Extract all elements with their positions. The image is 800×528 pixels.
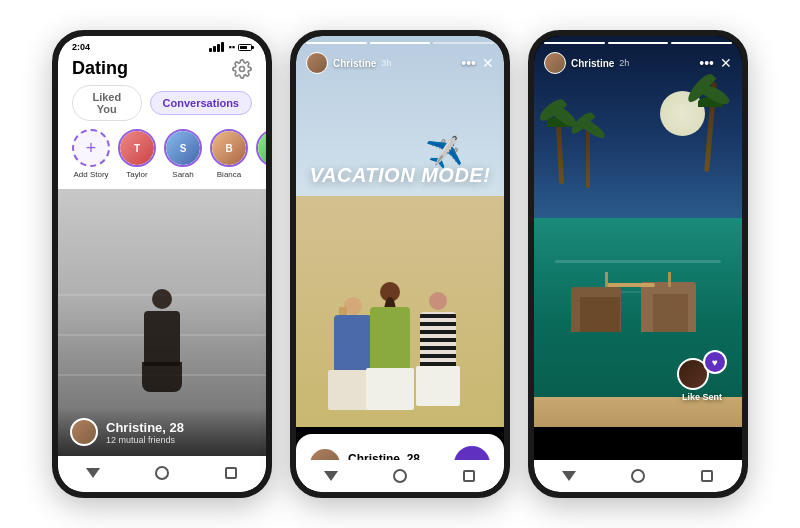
people-group xyxy=(306,176,493,427)
progress-seg-1 xyxy=(306,42,367,44)
nav-recents-btn-2[interactable] xyxy=(453,467,485,485)
story-user-2: Christine 3h xyxy=(306,52,391,74)
story-user-avatar-2 xyxy=(306,52,328,74)
story-progress-3 xyxy=(534,36,742,48)
story-username-3: Christine xyxy=(571,58,614,69)
airplane-emoji: ✈️ xyxy=(425,134,465,173)
nav-recents-btn-3[interactable] xyxy=(691,467,723,485)
tabs-row: Liked You Conversations xyxy=(58,85,266,129)
story-time-2: 3h xyxy=(381,58,391,68)
nav-home-btn-3[interactable] xyxy=(622,467,654,485)
nav-bar-3 xyxy=(534,460,742,492)
sarah-label: Sarah xyxy=(172,170,193,179)
taylor-label: Taylor xyxy=(126,170,147,179)
nav-home-btn[interactable] xyxy=(146,464,178,482)
add-story-label: Add Story xyxy=(73,170,108,179)
gear-icon[interactable] xyxy=(232,59,252,79)
progress-seg-3-2 xyxy=(608,42,669,44)
story-progress-2 xyxy=(296,36,504,48)
nav-bar-1 xyxy=(58,456,266,492)
back-icon-3 xyxy=(562,471,576,481)
like-sent-avatar-stack: ♥ xyxy=(677,350,727,390)
progress-seg-2 xyxy=(370,42,431,44)
bianca-avatar[interactable]: B xyxy=(210,129,248,167)
story-bianca[interactable]: B Bianca xyxy=(210,129,248,179)
sp-avatar[interactable]: S xyxy=(256,129,266,167)
home-icon-3 xyxy=(631,469,645,483)
story-actions-3: ••• ✕ xyxy=(699,55,732,71)
nav-back-btn[interactable] xyxy=(77,464,109,482)
like-sent-heart-icon: ♥ xyxy=(703,350,727,374)
nav-back-btn-3[interactable] xyxy=(553,467,585,485)
tab-conversations[interactable]: Conversations xyxy=(150,91,252,115)
story-dots-3[interactable]: ••• xyxy=(699,55,714,71)
back-icon xyxy=(86,468,100,478)
dating-header: Dating xyxy=(58,54,266,85)
plus-icon: + xyxy=(86,139,97,157)
story-header-3: Christine 2h ••• ✕ xyxy=(534,36,742,78)
status-icons-1: ▪▪ xyxy=(209,42,252,52)
story-screen-3: ♥ Like Sent Christine 2h xyxy=(534,36,742,492)
card-name: Christine, 28 xyxy=(106,420,184,435)
story-user-avatar-3 xyxy=(544,52,566,74)
story-taylor[interactable]: T Taylor xyxy=(118,129,156,179)
story-meta-2: Christine 3h ••• ✕ xyxy=(296,48,504,78)
sarah-avatar[interactable]: S xyxy=(164,129,202,167)
nav-bar-2 xyxy=(296,460,504,492)
story-sp[interactable]: S Sp... xyxy=(256,129,266,179)
story-sarah[interactable]: S Sarah xyxy=(164,129,202,179)
story-meta-3: Christine 2h ••• ✕ xyxy=(534,48,742,78)
tab-liked[interactable]: Liked You xyxy=(72,85,142,121)
card-mutual: 12 mutual friends xyxy=(106,435,184,445)
phone-2: VACATION MODE! ✈️ Christine 3h ••• xyxy=(290,30,510,498)
add-story-item[interactable]: + Add Story xyxy=(72,129,110,179)
svg-point-0 xyxy=(240,66,245,71)
nav-back-btn-2[interactable] xyxy=(315,467,347,485)
nav-recents-btn[interactable] xyxy=(215,464,247,482)
progress-seg-3-1 xyxy=(544,42,605,44)
card-avatar xyxy=(70,418,98,446)
recents-icon xyxy=(225,467,237,479)
bianca-label: Bianca xyxy=(217,170,241,179)
nav-home-btn-2[interactable] xyxy=(384,467,416,485)
status-bar-1: 2:04 ▪▪ xyxy=(58,36,266,54)
story-close-3[interactable]: ✕ xyxy=(720,55,732,71)
like-sent-badge: ♥ Like Sent xyxy=(677,350,727,402)
taylor-avatar[interactable]: T xyxy=(118,129,156,167)
back-icon-2 xyxy=(324,471,338,481)
add-story-avatar[interactable]: + xyxy=(72,129,110,167)
story-user-3: Christine 2h xyxy=(544,52,629,74)
story-close-2[interactable]: ✕ xyxy=(482,55,494,71)
vacation-text: VACATION MODE! xyxy=(310,164,491,187)
dating-title: Dating xyxy=(72,58,128,79)
recents-icon-3 xyxy=(701,470,713,482)
progress-seg-3 xyxy=(433,42,494,44)
story-username-2: Christine xyxy=(333,58,376,69)
story-time-3: 2h xyxy=(619,58,629,68)
status-time-1: 2:04 xyxy=(72,42,90,52)
phone-3: ♥ Like Sent Christine 2h xyxy=(528,30,748,498)
progress-seg-3-3 xyxy=(671,42,732,44)
story-dots-2[interactable]: ••• xyxy=(461,55,476,71)
story-actions-2: ••• ✕ xyxy=(461,55,494,71)
stories-row: + Add Story T Taylor S Sarah xyxy=(58,129,266,189)
phone-1: 2:04 ▪▪ Dating Liked You xyxy=(52,30,272,498)
like-sent-label: Like Sent xyxy=(682,392,722,402)
recents-icon-2 xyxy=(463,470,475,482)
card-info: Christine, 28 12 mutual friends xyxy=(58,408,266,456)
story-screen-2: VACATION MODE! ✈️ Christine 3h ••• xyxy=(296,36,504,492)
card-text: Christine, 28 12 mutual friends xyxy=(106,420,184,445)
home-icon-2 xyxy=(393,469,407,483)
main-profile-card[interactable]: Christine, 28 12 mutual friends xyxy=(58,189,266,456)
story-header-2: Christine 3h ••• ✕ xyxy=(296,36,504,78)
home-icon xyxy=(155,466,169,480)
